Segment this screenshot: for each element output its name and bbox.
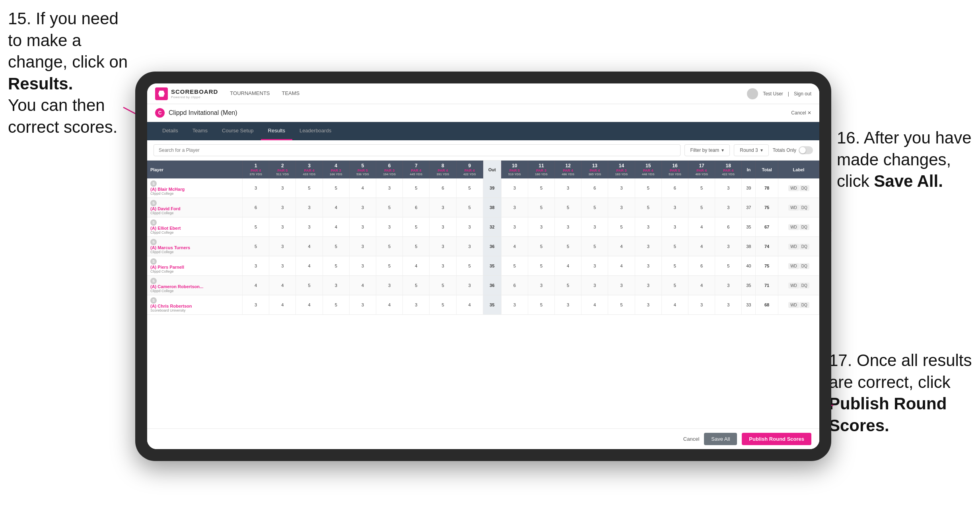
score-hole-8[interactable]: 3 xyxy=(430,256,456,276)
score-hole-4[interactable]: 4 xyxy=(323,217,349,237)
score-hole-6[interactable]: 5 xyxy=(376,198,402,217)
score-hole-4[interactable]: 4 xyxy=(323,198,349,217)
score-hole-7[interactable]: 5 xyxy=(403,276,430,295)
score-hole-back-14[interactable]: 4 xyxy=(608,256,635,276)
score-hole-1[interactable]: 4 xyxy=(243,276,269,295)
score-hole-back-10[interactable]: 3 xyxy=(501,198,528,217)
score-hole-back-17[interactable]: 4 xyxy=(688,217,715,237)
totals-only-toggle[interactable] xyxy=(799,146,813,154)
score-hole-3[interactable]: 3 xyxy=(296,198,323,217)
score-hole-back-10[interactable]: 3 xyxy=(501,178,528,198)
score-hole-back-11[interactable]: 5 xyxy=(528,237,554,256)
score-hole-back-15[interactable]: 3 xyxy=(635,276,661,295)
score-hole-8[interactable]: 3 xyxy=(430,237,456,256)
nav-teams[interactable]: TEAMS xyxy=(282,84,300,103)
score-hole-8[interactable]: 5 xyxy=(430,276,456,295)
score-hole-3[interactable]: 5 xyxy=(296,276,323,295)
score-hole-back-16[interactable]: 5 xyxy=(661,256,688,276)
cancel-button[interactable]: Cancel ✕ xyxy=(791,110,811,116)
score-hole-back-13[interactable]: 6 xyxy=(581,178,608,198)
score-hole-back-13[interactable]: 5 xyxy=(581,198,608,217)
score-hole-back-12[interactable]: 3 xyxy=(555,295,581,315)
score-hole-back-18[interactable]: 3 xyxy=(715,276,742,295)
score-hole-4[interactable]: 5 xyxy=(323,295,349,315)
score-hole-back-16[interactable]: 5 xyxy=(661,237,688,256)
score-hole-9[interactable]: 3 xyxy=(456,276,483,295)
score-hole-back-13[interactable]: 3 xyxy=(581,276,608,295)
score-hole-4[interactable]: 5 xyxy=(323,237,349,256)
score-hole-6[interactable]: 3 xyxy=(376,217,402,237)
score-hole-7[interactable]: 3 xyxy=(403,295,430,315)
score-hole-5[interactable]: 3 xyxy=(349,237,376,256)
score-hole-back-11[interactable]: 5 xyxy=(528,295,554,315)
score-hole-1[interactable]: 3 xyxy=(243,256,269,276)
score-hole-back-10[interactable]: 3 xyxy=(501,217,528,237)
score-hole-8[interactable]: 3 xyxy=(430,198,456,217)
score-hole-5[interactable]: 3 xyxy=(349,256,376,276)
player-name[interactable]: (A) Piers Parnell xyxy=(150,265,241,269)
score-hole-5[interactable]: 4 xyxy=(349,178,376,198)
score-hole-6[interactable]: 5 xyxy=(376,256,402,276)
score-hole-2[interactable]: 3 xyxy=(269,178,296,198)
player-name[interactable]: (A) Chris Robertson xyxy=(150,304,241,308)
dq-button[interactable]: DQ xyxy=(799,263,809,269)
player-name[interactable]: (A) Blair McHarg xyxy=(150,187,241,192)
score-hole-back-11[interactable]: 3 xyxy=(528,276,554,295)
score-hole-9[interactable]: 3 xyxy=(456,217,483,237)
score-hole-back-12[interactable]: 5 xyxy=(555,237,581,256)
score-hole-back-13[interactable]: 3 xyxy=(581,217,608,237)
score-hole-3[interactable]: 3 xyxy=(296,217,323,237)
score-hole-back-15[interactable]: 3 xyxy=(635,295,661,315)
score-hole-4[interactable]: 5 xyxy=(323,256,349,276)
score-hole-back-10[interactable]: 3 xyxy=(501,295,528,315)
score-hole-1[interactable]: 5 xyxy=(243,237,269,256)
player-name[interactable]: (A) Elliot Ebert xyxy=(150,226,241,231)
search-input[interactable] xyxy=(154,144,681,156)
wd-button[interactable]: WD xyxy=(788,244,799,250)
score-hole-1[interactable]: 5 xyxy=(243,217,269,237)
score-hole-7[interactable]: 5 xyxy=(403,178,430,198)
dq-button[interactable]: DQ xyxy=(799,244,809,250)
wd-button[interactable]: WD xyxy=(788,283,799,289)
dq-button[interactable]: DQ xyxy=(799,224,809,230)
wd-button[interactable]: WD xyxy=(788,302,799,308)
footer-cancel-button[interactable]: Cancel xyxy=(683,436,699,442)
score-hole-back-12[interactable]: 4 xyxy=(555,256,581,276)
score-hole-back-11[interactable]: 5 xyxy=(528,256,554,276)
score-hole-back-18[interactable]: 6 xyxy=(715,217,742,237)
score-hole-back-13[interactable]: 4 xyxy=(581,295,608,315)
score-hole-5[interactable]: 3 xyxy=(349,198,376,217)
score-hole-back-14[interactable]: 5 xyxy=(608,295,635,315)
score-hole-back-17[interactable]: 6 xyxy=(688,256,715,276)
score-hole-back-14[interactable]: 5 xyxy=(608,217,635,237)
score-hole-9[interactable]: 5 xyxy=(456,198,483,217)
save-all-button[interactable]: Save All xyxy=(704,433,737,445)
score-hole-back-16[interactable]: 3 xyxy=(661,198,688,217)
wd-button[interactable]: WD xyxy=(788,224,799,230)
score-hole-7[interactable]: 6 xyxy=(403,198,430,217)
score-hole-3[interactable]: 4 xyxy=(296,237,323,256)
score-hole-8[interactable]: 3 xyxy=(430,217,456,237)
tab-leaderboards[interactable]: Leaderboards xyxy=(292,122,338,140)
score-hole-2[interactable]: 3 xyxy=(269,237,296,256)
score-hole-back-10[interactable]: 4 xyxy=(501,237,528,256)
wd-button[interactable]: WD xyxy=(788,205,799,211)
tab-details[interactable]: Details xyxy=(155,122,185,140)
score-hole-6[interactable]: 3 xyxy=(376,276,402,295)
dq-button[interactable]: DQ xyxy=(799,283,809,289)
nav-tournaments[interactable]: TOURNAMENTS xyxy=(230,84,270,103)
score-hole-3[interactable]: 4 xyxy=(296,295,323,315)
score-hole-5[interactable]: 3 xyxy=(349,295,376,315)
score-hole-4[interactable]: 5 xyxy=(323,178,349,198)
score-hole-8[interactable]: 5 xyxy=(430,295,456,315)
score-hole-2[interactable]: 4 xyxy=(269,295,296,315)
score-hole-back-18[interactable]: 3 xyxy=(715,178,742,198)
score-hole-1[interactable]: 3 xyxy=(243,295,269,315)
player-name[interactable]: (A) Marcus Turners xyxy=(150,245,241,250)
sign-out-link[interactable]: Sign out xyxy=(794,91,811,97)
score-hole-back-15[interactable]: 3 xyxy=(635,217,661,237)
score-hole-back-14[interactable]: 3 xyxy=(608,198,635,217)
score-hole-8[interactable]: 6 xyxy=(430,178,456,198)
tab-teams[interactable]: Teams xyxy=(185,122,215,140)
score-hole-back-12[interactable]: 3 xyxy=(555,178,581,198)
